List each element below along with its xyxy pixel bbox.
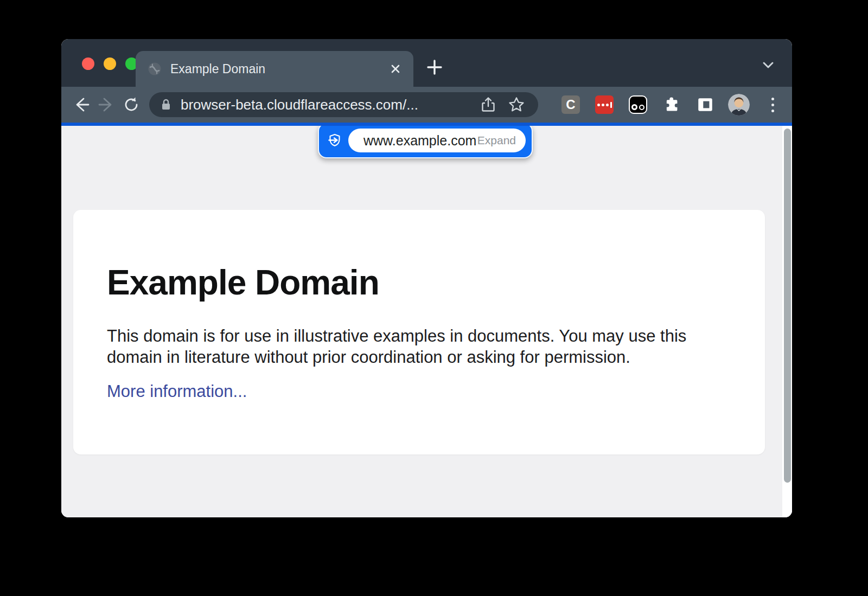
expand-button[interactable]: Expand	[477, 134, 516, 147]
isolation-badge[interactable]: www.example.com Expand	[318, 126, 533, 158]
traffic-lights	[82, 57, 138, 70]
traffic-minimize-icon[interactable]	[104, 57, 116, 70]
page-title: Example Domain	[107, 263, 731, 303]
kebab-menu-icon[interactable]	[762, 94, 783, 116]
lastpass-extension-icon[interactable]	[593, 94, 615, 116]
url-text[interactable]: browser-beta.cloudflareaccess.com/...	[181, 97, 471, 113]
tab-title: Example Domain	[170, 62, 388, 76]
back-icon[interactable]	[69, 92, 94, 117]
two-circles-extension-icon[interactable]	[627, 94, 649, 116]
toolbar: browser-beta.cloudflareaccess.com/... C	[61, 87, 792, 123]
browser-window: Example Domain	[61, 39, 792, 517]
reload-icon[interactable]	[119, 92, 144, 117]
bookmark-star-icon[interactable]	[506, 94, 527, 116]
puzzle-extensions-icon[interactable]	[661, 94, 682, 116]
side-panel-icon[interactable]	[694, 94, 716, 116]
profile-avatar[interactable]	[728, 94, 750, 116]
tab-close-icon[interactable]	[388, 62, 403, 76]
isolation-host-pill[interactable]: www.example.com Expand	[348, 129, 526, 152]
tab-strip: Example Domain	[61, 39, 792, 87]
page-paragraph: This domain is for use in illustrative e…	[107, 325, 731, 368]
forward-icon[interactable]	[94, 92, 119, 117]
share-icon[interactable]	[477, 94, 499, 116]
tab-example-domain[interactable]: Example Domain	[136, 51, 413, 87]
new-tab-icon[interactable]	[419, 52, 450, 82]
traffic-close-icon[interactable]	[82, 57, 94, 70]
more-information-link[interactable]: More information...	[107, 382, 247, 401]
isolation-host: www.example.com	[363, 133, 476, 149]
address-bar[interactable]: browser-beta.cloudflareaccess.com/...	[149, 92, 538, 117]
page-viewport: www.example.com Expand Example Domain Th…	[61, 126, 792, 517]
scrollbar-track[interactable]	[782, 126, 792, 517]
chevron-down-icon[interactable]	[756, 53, 780, 77]
scrollbar-thumb[interactable]	[784, 129, 791, 483]
shield-arrow-icon	[326, 131, 344, 150]
lock-icon	[159, 98, 173, 112]
content-card: Example Domain This domain is for use in…	[73, 210, 765, 454]
c-extension-icon[interactable]: C	[560, 94, 582, 116]
globe-favicon-icon	[148, 62, 162, 76]
